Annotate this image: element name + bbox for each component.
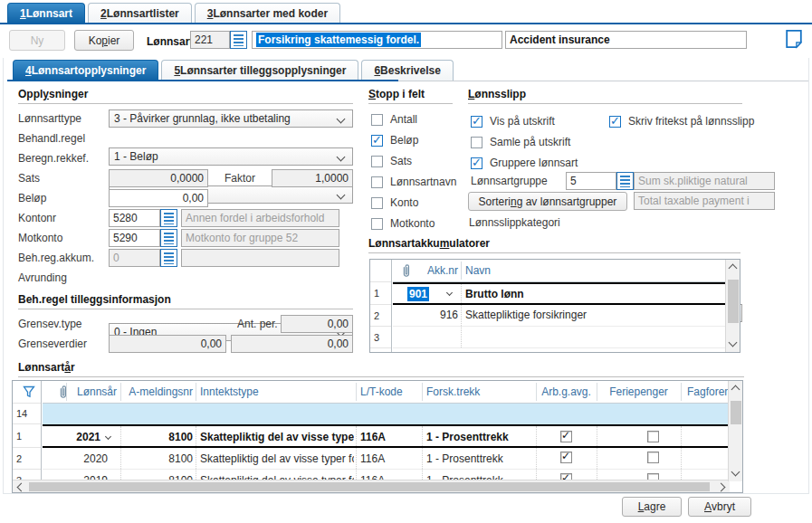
laa-col-amelding[interactable]: A-meldingsnr xyxy=(124,385,193,398)
laa-row-2[interactable]: 2020 8100 Skattepliktig del av visse typ… xyxy=(43,448,730,470)
scroll-down-icon[interactable] xyxy=(731,468,740,477)
copy-button[interactable]: Kopier xyxy=(74,30,134,51)
sortering-desc-field: Total taxable payment i xyxy=(634,192,775,210)
behregakkum-lookup-icon[interactable] xyxy=(160,249,177,267)
akk-vertical-scrollbar[interactable] xyxy=(725,260,740,352)
motkonto-lookup-icon[interactable] xyxy=(160,229,177,247)
antper-field[interactable]: 0,00 xyxy=(281,315,353,333)
note-icon[interactable] xyxy=(785,29,803,49)
sortering-button[interactable]: Sortering av lønnsartgrupper xyxy=(468,192,627,211)
kontonr-lookup-icon[interactable] xyxy=(160,209,177,227)
laa-row-2-inntektstype[interactable]: Skattepliktig del av visse typer forsik xyxy=(200,452,354,465)
behregel-heading: Beh.regel tilleggsinformasjon xyxy=(18,293,353,309)
laa-row-2-year[interactable]: 2020 xyxy=(43,452,108,465)
laa-row-2-forsk[interactable]: 1 - Prosenttrekk xyxy=(426,452,533,465)
lonnsartgruppe-field[interactable]: 5 xyxy=(566,172,616,190)
laa-row-2-amelding[interactable]: 8100 xyxy=(124,452,193,465)
cancel-button[interactable]: Avbryt xyxy=(688,497,751,517)
lonnsart-field-label: Lønnsart xyxy=(147,33,193,51)
antper-value: 0,00 xyxy=(328,318,349,330)
akk-scroll-thumb[interactable] xyxy=(728,280,739,323)
laa-col-lt-kode[interactable]: L/T-kode xyxy=(360,385,403,398)
stopp-sats-checkbox[interactable] xyxy=(371,156,383,167)
lonnsarttype-select[interactable]: 3 - Påvirker grunnlag, ikke utbetaling xyxy=(109,109,353,128)
laa-row-1[interactable]: 2021 8100 Skattepliktig del av visse typ… xyxy=(43,424,730,448)
stopp-motkonto-checkbox[interactable] xyxy=(371,218,383,230)
laa-col-lonnsar[interactable]: Lønnsår xyxy=(70,385,117,398)
laa-filter-row[interactable] xyxy=(43,404,730,424)
scroll-up-icon[interactable] xyxy=(731,385,740,395)
lonnsart-name-selected-text: Forsikring skattemessig fordel. xyxy=(256,33,421,47)
lonnsart-code-field[interactable]: 221 xyxy=(190,31,230,49)
laa-row-1-year[interactable]: 2021 xyxy=(43,431,100,443)
akk-row-2-navn[interactable]: Skattepliktige forsikringer xyxy=(465,309,587,321)
new-button[interactable]: Ny xyxy=(9,30,65,51)
lonnsartgruppe-lookup-icon[interactable] xyxy=(616,172,634,190)
laa-row-1-ferie-checkbox[interactable] xyxy=(647,431,659,442)
scroll-left-icon[interactable] xyxy=(17,483,26,492)
lonnsart-name-field[interactable]: Forsikring skattemessig fordel. xyxy=(252,31,502,49)
filter-icon[interactable] xyxy=(23,385,35,398)
laa-rownum-column: 14 1 2 3 xyxy=(13,381,42,480)
scroll-down-icon[interactable] xyxy=(729,338,738,347)
laa-col-feriepenger[interactable]: Feriepenger xyxy=(597,385,681,398)
akk-row-1-navn[interactable]: Brutto lønn xyxy=(465,288,524,300)
laa-row-2-ferie-checkbox[interactable] xyxy=(647,452,659,463)
laa-row-1-arbg-checkbox[interactable] xyxy=(560,431,572,442)
stopp-antall-checkbox[interactable] xyxy=(371,114,383,126)
laa-hscroll-thumb[interactable] xyxy=(29,482,710,491)
tab-lonnsartopplysninger[interactable]: 4 Lønnsartopplysninger xyxy=(13,60,158,81)
akk-row-1-akknr[interactable]: 901 xyxy=(407,287,429,301)
tab-lonnsart[interactable]: 1 Lønnsart xyxy=(7,3,85,24)
faktor-field[interactable]: 1,0000 xyxy=(272,169,353,187)
akk-col-akknr[interactable]: Akk.nr xyxy=(393,264,458,277)
lonnsart-lookup-icon[interactable] xyxy=(230,31,247,49)
save-button[interactable]: Lagre xyxy=(622,497,682,517)
skriv-fritekst-checkbox[interactable] xyxy=(609,116,621,128)
laa-col-inntektstype[interactable]: Inntektstype xyxy=(200,385,259,398)
lonnsartaar-heading: Lønnsartår xyxy=(18,361,744,377)
samle-pa-utskrift-row: Samle på utskrift xyxy=(471,133,570,151)
chevron-down-icon[interactable] xyxy=(105,433,111,440)
akk-row-2[interactable]: 916 Skattepliktige forsikringer xyxy=(393,305,725,327)
grenseverdi-1-field[interactable]: 0,00 xyxy=(109,335,226,353)
motkonto-field[interactable]: 5290 xyxy=(109,229,160,247)
akk-row-2-akknr[interactable]: 916 xyxy=(393,309,458,321)
behregakkum-field[interactable]: 0 xyxy=(109,249,160,267)
laa-row-1-lt[interactable]: 116A xyxy=(360,431,386,443)
behandlregel-select[interactable]: 1 - Beløp xyxy=(109,147,353,166)
lonnsart-name-english-field[interactable]: Accident insurance xyxy=(505,31,747,49)
laa-col-arbg-avg[interactable]: Arb.g.avg. xyxy=(536,385,597,398)
chevron-down-icon[interactable] xyxy=(446,290,453,296)
laa-col-forsk-trekk[interactable]: Forsk.trekk xyxy=(426,385,480,398)
stopp-belop-checkbox[interactable] xyxy=(371,135,383,147)
tab-beskrivelse[interactable]: 6 Beskrivelse xyxy=(361,60,453,81)
stopp-konto-checkbox[interactable] xyxy=(371,197,383,209)
laa-scroll-thumb[interactable] xyxy=(731,401,741,424)
kontonr-label: Kontonr xyxy=(18,209,56,227)
laa-row-2-arbg-checkbox[interactable] xyxy=(560,452,572,463)
akk-row-3[interactable] xyxy=(393,327,725,348)
kontonr-field[interactable]: 5280 xyxy=(109,209,160,227)
akk-row-1[interactable]: 901 Brutto lønn xyxy=(393,282,725,305)
grenseverdi-2-field[interactable]: 0,00 xyxy=(231,335,353,353)
tab-tilleggsopplysninger[interactable]: 5 Lønnsarter tilleggsopplysninger xyxy=(161,60,358,81)
laa-row-1-forsk[interactable]: 1 - Prosenttrekk xyxy=(426,431,533,443)
samle-pa-utskrift-checkbox[interactable] xyxy=(471,137,482,148)
laa-row-1-inntektstype[interactable]: Skattepliktig del av visse typer xyxy=(200,431,354,443)
gruppere-lonnsart-checkbox[interactable] xyxy=(471,157,482,169)
laa-col-fagforening[interactable]: Fagforening xyxy=(687,385,730,398)
stopp-lonnsartnavn-checkbox[interactable] xyxy=(371,176,383,188)
laa-row-2-lt[interactable]: 116A xyxy=(360,452,385,465)
scroll-right-icon[interactable] xyxy=(717,483,726,492)
belop-field[interactable]: 0,00 xyxy=(109,189,208,207)
laa-horizontal-scrollbar[interactable] xyxy=(13,480,730,492)
tab-lonnsartlister[interactable]: 2 Lønnsartlister xyxy=(88,3,192,24)
sats-field[interactable]: 0,0000 xyxy=(109,169,208,187)
akk-col-navn[interactable]: Navn xyxy=(465,264,491,277)
scroll-up-icon[interactable] xyxy=(729,264,738,273)
laa-row-1-amelding[interactable]: 8100 xyxy=(124,431,193,443)
vis-pa-utskrift-checkbox[interactable] xyxy=(471,116,482,128)
tab-lonnsarter-med-koder[interactable]: 3 Lønnsarter med koder xyxy=(195,3,340,24)
laa-vertical-scrollbar[interactable] xyxy=(728,381,742,481)
